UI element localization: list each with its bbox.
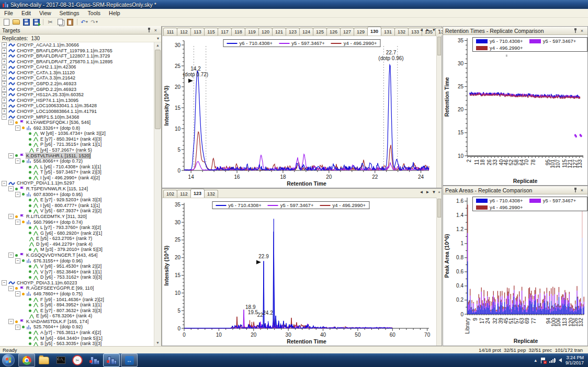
protein-row[interactable]: +CHOYP_HSP74.1.1|m.13095 (0, 98, 154, 104)
replicate-tab-102[interactable]: 102 (163, 190, 177, 198)
cmd-icon[interactable]: C:\_ (53, 354, 69, 366)
chromatogram-chart[interactable]: 05101520253014161820222414.2(dotp 0.72)2… (163, 37, 435, 187)
expand-icon[interactable]: + (2, 81, 7, 86)
replicate-tab-125[interactable]: 125 (313, 28, 327, 36)
protein-row[interactable]: +CHOYP_CAH2.1.1|m.42306 (0, 64, 154, 70)
transition-row[interactable]: M [y6] - 694.3440+ (rank 5)[1] (0, 336, 154, 341)
transition-row[interactable]: M [y3] - 379.2010+ (rank 5)[3] (0, 247, 154, 253)
tab-scroll-left-icon[interactable]: ◄ (420, 190, 424, 194)
transition-row[interactable]: E [y7] - 807.3632+ (rank 3)[3] (0, 308, 154, 314)
precursor-row[interactable]: −607.8300++ (dotp 0.95) (0, 192, 154, 198)
transition-row[interactable]: S [y5] - 563.3035+ (rank 3)[3] (0, 341, 154, 346)
expand-icon[interactable]: + (2, 104, 7, 109)
collapse-icon[interactable]: − (8, 120, 14, 125)
transition-row[interactable]: W [y8] - 1036.4734+ (rank 3)[2] (0, 131, 154, 136)
chrome-icon[interactable] (18, 353, 35, 367)
transition-row[interactable]: V [y5] - 687.3937+ (rank 2)[2] (0, 208, 154, 214)
transition-row[interactable]: E [y7] - 850.3941+ (rank 4)[3] (0, 136, 154, 142)
paste-button[interactable] (66, 18, 74, 26)
undo-button[interactable]: ↶▾ (80, 18, 88, 26)
replicate-tab-126[interactable]: 126 (326, 28, 341, 36)
transition-row[interactable]: A [y7] - 765.3811+ (rank 4)[2] (0, 330, 154, 336)
replicate-tab-123[interactable]: 123 (286, 28, 300, 36)
scroll-down-icon[interactable]: ▼ (154, 340, 161, 346)
explorer-icon[interactable] (36, 354, 52, 366)
replicate-tab-132[interactable]: 132 (204, 190, 218, 198)
transition-row[interactable]: F [y4] - 537.2667+ (rank 5) (0, 147, 154, 153)
teamviewer-icon[interactable]: ↔ (121, 353, 138, 367)
protein-row[interactable]: +CHOYP_CATA.3.3|m.21642 (0, 75, 154, 81)
protein-row[interactable]: −CHOYP_PDIA1.1.1|m.5297 (0, 180, 154, 186)
targets-tree[interactable]: +CHOYP_ACAA2.1.1|m.30666+CHOYP_BRAFLDRAF… (0, 42, 154, 346)
replicate-tab-123[interactable]: 123 (190, 189, 205, 198)
pin-icon[interactable] (572, 28, 579, 34)
collapse-icon[interactable]: − (8, 214, 14, 219)
replicate-tab-129[interactable]: 129 (354, 28, 368, 36)
peptide-row[interactable]: −K.LYAWEPSFQDK.I [536, 546] (0, 120, 154, 125)
save-button[interactable] (22, 18, 30, 26)
replicate-tab-121[interactable]: 121 (272, 28, 286, 36)
menu-item-view[interactable]: View (35, 9, 55, 17)
collapse-icon[interactable]: − (8, 286, 14, 291)
peak-areas-chart[interactable]: 00.20.40.60.811.21.41.6Library9172432394… (443, 194, 587, 346)
peptide-row[interactable]: −K.VADAMSTDLK.F [165, 174] (0, 319, 154, 325)
protein-row[interactable]: +CHOYP_ACAA2.1.1|m.30666 (0, 42, 154, 48)
replicates-selector[interactable]: Replicates: 130 ▾ (0, 35, 161, 42)
protein-row[interactable]: +CHOYP_BRAFLDRAFT_119799.1.1|m.23765 (0, 48, 154, 54)
clock[interactable]: 3:24 PM 9/1/2017 (566, 355, 584, 365)
cut-button[interactable]: ✂ (46, 18, 54, 26)
start-button[interactable] (2, 354, 15, 366)
new-button[interactable] (2, 18, 10, 26)
transition-row[interactable]: E [y5] - 623.2705+ (rank 7) (0, 236, 154, 242)
precursor-row[interactable]: −649.7860++ (dotp 0.75) (0, 291, 154, 297)
peptide-row[interactable]: −R.LITLGEDMTK.Y [311, 320] (0, 214, 154, 220)
expand-icon[interactable]: + (2, 53, 7, 59)
retention-times-chart[interactable]: 1015202530352111826334046525864707895101… (443, 35, 587, 185)
scroll-up-icon[interactable]: ▲ (154, 42, 161, 49)
tab-menu-icon[interactable]: ▼ (432, 28, 436, 32)
tray-expand-icon[interactable]: ▴ (534, 358, 537, 363)
precursor-row[interactable]: −676.3155++ (dotp 0.96) (0, 258, 154, 264)
collapse-icon[interactable]: − (8, 153, 14, 158)
peptide-row[interactable]: −K.GSQQVVDYNGER.T [443, 454] (0, 253, 154, 258)
transition-row[interactable]: T [y5] - 597.3467+ (rank 2)[3] (0, 169, 154, 175)
expand-icon[interactable]: + (2, 109, 7, 114)
expand-icon[interactable]: + (2, 92, 7, 97)
tab-close-icon[interactable]: × (438, 28, 440, 32)
collapse-icon[interactable]: − (2, 280, 7, 285)
menu-item-edit[interactable]: Edit (17, 9, 35, 17)
transition-row[interactable]: D [y6] - 753.3162+ (rank 3)[3] (0, 274, 154, 280)
peptide-row[interactable]: −R.TSPEIVNWLR.K [115, 124] (0, 186, 154, 192)
transition-row[interactable]: L [y6] - 710.4308+ (rank 1)[1] (0, 164, 154, 170)
replicate-tab-127[interactable]: 127 (340, 28, 354, 36)
protein-row[interactable]: +CHOYP_HS12A.25.33|m.60352 (0, 92, 154, 98)
transition-row[interactable]: V [y8] - 951.4530+ (rank 2)[2] (0, 263, 154, 269)
tab-scroll-right-icon[interactable]: ► (425, 190, 429, 194)
precursor-row[interactable]: −525.7604++ (dotp 0.92) (0, 324, 154, 330)
menu-item-help[interactable]: Help (105, 9, 125, 17)
tab-scroll-left-icon[interactable]: ◄ (420, 28, 424, 32)
replicate-tab-115[interactable]: 115 (204, 28, 218, 36)
collapse-icon[interactable]: − (15, 192, 20, 197)
protein-row[interactable]: +CHOYP_CATA.1.3|m.11120 (0, 70, 154, 76)
protein-row[interactable]: +CHOYP_G6PD.2.2|m.46923 (0, 87, 154, 93)
protein-row[interactable]: +CHOYP_BRAFLDRAFT_122807.1.1|m.3729 (0, 53, 154, 59)
transition-row[interactable]: E [y6] - 678.3206+ (rank 4) (0, 313, 154, 319)
collapse-icon[interactable]: − (15, 158, 20, 164)
collapse-icon[interactable]: − (15, 220, 20, 225)
chromatogram-chart[interactable]: 0510152025303501020304050607022.918.919.… (163, 199, 435, 345)
replicate-tab-118[interactable]: 118 (231, 28, 245, 36)
pin-icon[interactable] (145, 27, 152, 33)
screen-tool-icon[interactable]: ✂ (70, 354, 85, 366)
transition-row[interactable]: E [y7] - 929.5203+ (rank 3)[3] (0, 197, 154, 203)
copy-button[interactable] (56, 18, 64, 26)
replicate-tab-119[interactable]: 119 (245, 28, 259, 36)
close-icon[interactable]: × (152, 27, 159, 33)
menu-item-settings[interactable]: Settings (55, 9, 84, 17)
scrollbar-thumb[interactable] (155, 50, 161, 129)
expand-icon[interactable]: + (2, 98, 7, 103)
replicate-tab-117[interactable]: 117 (218, 28, 232, 36)
transition-row[interactable]: V [y7] - 852.3846+ (rank 1)[1] (0, 269, 154, 275)
transition-row[interactable]: G [y6] - 680.2920+ (rank 2)[1] (0, 231, 154, 236)
collapse-icon[interactable]: − (15, 258, 20, 263)
